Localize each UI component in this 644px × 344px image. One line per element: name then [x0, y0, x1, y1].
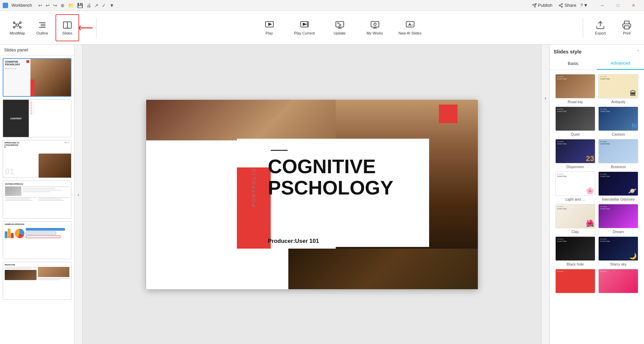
- slides-panel-header: Slides panel: [0, 45, 74, 55]
- clay-label: Clay: [572, 230, 579, 234]
- pink-edraw-label: EdrawMind: [600, 271, 607, 272]
- style-clay[interactable]: EdrawMind Central Topic 🌺 Clay: [555, 204, 596, 234]
- canvas-line: [271, 150, 288, 151]
- slides-label: Slides: [62, 31, 72, 35]
- svg-point-32: [374, 23, 376, 25]
- slide-thumb-1[interactable]: COGNITIVEPSCHOLOGY Producer:User 101: [3, 58, 71, 97]
- slide1-red-bar: [30, 79, 35, 96]
- light-edraw-label: EdrawMind: [557, 173, 564, 175]
- slide-thumb-3[interactable]: APPROACHES TOCATEGORISATION PART 01 01: [3, 140, 71, 178]
- red-edraw-label: EdrawMind: [557, 271, 564, 272]
- style-pink[interactable]: EdrawMind: [598, 269, 639, 293]
- help-button[interactable]: ? ▼: [580, 3, 588, 8]
- expand-right-panel-button[interactable]: ›: [541, 45, 549, 344]
- slide2-line3: 03 ────: [30, 105, 69, 106]
- slide-canvas: PORTFOLIO COGNITIVE PSCHOLOGY Producer:U…: [146, 100, 478, 289]
- interstellar-central-label: Central Topic: [600, 175, 610, 177]
- outline-tool[interactable]: Outline: [30, 14, 54, 41]
- style-red[interactable]: EdrawMind: [555, 269, 596, 293]
- print-icon[interactable]: 🖨: [85, 2, 92, 9]
- open-icon[interactable]: 📁: [67, 2, 75, 9]
- style-starry[interactable]: EdrawMind Central Topic 🌙 Starry sky: [598, 236, 639, 266]
- style-interstellar[interactable]: EdrawMind Central Topic 🪐 Interstellar O…: [598, 171, 639, 201]
- new-ai-slides-icon: AI: [405, 20, 415, 30]
- mindmap-label: MindMap: [9, 31, 25, 35]
- slide-thumb-5[interactable]: EXEMPLAR APPROACH: [3, 221, 71, 259]
- svg-text:AI: AI: [411, 24, 413, 26]
- undo-icon2[interactable]: ↩: [45, 2, 51, 9]
- slide2-line7: 07 ────: [30, 112, 69, 113]
- play-current-tool[interactable]: Play Current: [291, 14, 318, 41]
- style-dispersion[interactable]: EdrawMind Central Topic 23 Dispersion: [555, 139, 596, 169]
- new-icon[interactable]: ⊕: [60, 2, 66, 9]
- slide4-content: [5, 197, 69, 201]
- slide3-number: 01: [5, 167, 14, 176]
- print-button[interactable]: Print: [615, 14, 639, 41]
- maximize-button[interactable]: □: [610, 0, 626, 11]
- tab-basic[interactable]: Basic: [550, 57, 597, 70]
- export-icon2[interactable]: ↗: [93, 2, 99, 9]
- svg-point-11: [20, 26, 21, 28]
- style-dream[interactable]: EdrawMind Central Topic Dream: [598, 204, 639, 234]
- slides-tool[interactable]: Slides: [55, 14, 79, 41]
- style-antiquity[interactable]: EdrawMind Central Topic 🏛 Antiquity: [598, 74, 639, 104]
- cartoon-label: Cartoon: [612, 132, 625, 136]
- quiet-label: Quiet: [571, 132, 580, 136]
- slide5-charts: [5, 226, 69, 238]
- style-quiet[interactable]: EdrawMind Central Topic Quiet: [555, 107, 596, 136]
- panel-expand-icon[interactable]: ⌃: [637, 49, 640, 54]
- slide3-title: APPROACHES TOCATEGORISATION: [4, 142, 42, 148]
- slide3-part: PART 01: [64, 142, 70, 143]
- redo-icon[interactable]: ↪: [52, 2, 58, 9]
- toolbar: MindMap Outline Slides ⟵: [0, 11, 644, 45]
- mindmap-tool[interactable]: MindMap: [5, 14, 29, 41]
- play-icon: [265, 20, 274, 30]
- export-button[interactable]: Export: [589, 14, 612, 41]
- my-works-icon: [370, 20, 380, 30]
- save-icon[interactable]: 💾: [76, 2, 84, 9]
- style-light[interactable]: EdrawMind Central Topic 🌸 Light and ...: [555, 171, 596, 201]
- undo-icon[interactable]: ↩: [37, 2, 43, 9]
- cartoon-central-label: Central Topic: [600, 110, 610, 112]
- style-thumb-blackhole: EdrawMind Central Topic: [555, 236, 595, 261]
- slide-thumb-6[interactable]: PROTOTYPE: [3, 262, 71, 300]
- clay-flower-icon: 🌺: [586, 219, 594, 227]
- main-content: Slides panel COGNITIVEPSCHOLOGY Producer…: [0, 45, 644, 344]
- my-works-tool[interactable]: My Works: [361, 14, 388, 41]
- svg-line-15: [18, 25, 20, 27]
- svg-point-3: [559, 5, 560, 6]
- slide4-title: FEATURE APPROACH: [5, 183, 69, 185]
- canvas-subtitle: Producer:User 101: [268, 238, 319, 245]
- minimize-button[interactable]: ─: [595, 0, 610, 11]
- business-label: Business: [611, 165, 626, 169]
- slide1-red-square: [26, 60, 29, 63]
- quiet-edraw-label: EdrawMind: [557, 108, 564, 110]
- svg-point-10: [13, 26, 15, 28]
- share-button[interactable]: Share: [558, 3, 576, 8]
- style-blackhole[interactable]: EdrawMind Central Topic Black hole: [555, 236, 596, 266]
- style-road-trip[interactable]: EdrawMind Central Topic Road trip: [555, 74, 596, 104]
- slide-thumb-2[interactable]: CONTENT 01 ──── 02 ──── 03 ──── 04 ──── …: [3, 99, 71, 137]
- quiet-central-label: Central Topic: [557, 110, 567, 112]
- update-tool[interactable]: Update: [326, 14, 353, 41]
- publish-button[interactable]: Publish: [530, 2, 555, 8]
- dropdown-icon[interactable]: ▼: [108, 2, 115, 9]
- new-ai-slides-tool[interactable]: AI New AI Slides: [397, 14, 424, 41]
- close-button[interactable]: ✕: [626, 0, 641, 11]
- slide5-title: EXEMPLAR APPROACH: [5, 223, 69, 225]
- clay-central-label: Central Topic: [557, 208, 567, 210]
- style-thumb-red: EdrawMind: [555, 269, 595, 293]
- tab-advanced[interactable]: Advanced: [597, 57, 644, 70]
- starry-label: Starry sky: [610, 262, 627, 266]
- style-business[interactable]: EdrawMind Central Topic Business: [598, 139, 639, 169]
- play-tool[interactable]: Play: [256, 14, 283, 41]
- print-icon: [622, 20, 631, 30]
- slides-panel: Slides panel COGNITIVEPSCHOLOGY Producer…: [0, 45, 74, 344]
- canvas-orange-square: [439, 105, 458, 123]
- collapse-panel-button[interactable]: ‹: [74, 45, 83, 344]
- style-thumb-light: EdrawMind Central Topic 🌸: [555, 171, 595, 196]
- check-icon[interactable]: ✓: [101, 2, 107, 9]
- style-cartoon[interactable]: EdrawMind Central Topic N Cartoon: [598, 107, 639, 136]
- dispersion-central-label: Central Topic: [557, 143, 567, 145]
- slide-thumb-4[interactable]: FEATURE APPROACH: [3, 181, 71, 219]
